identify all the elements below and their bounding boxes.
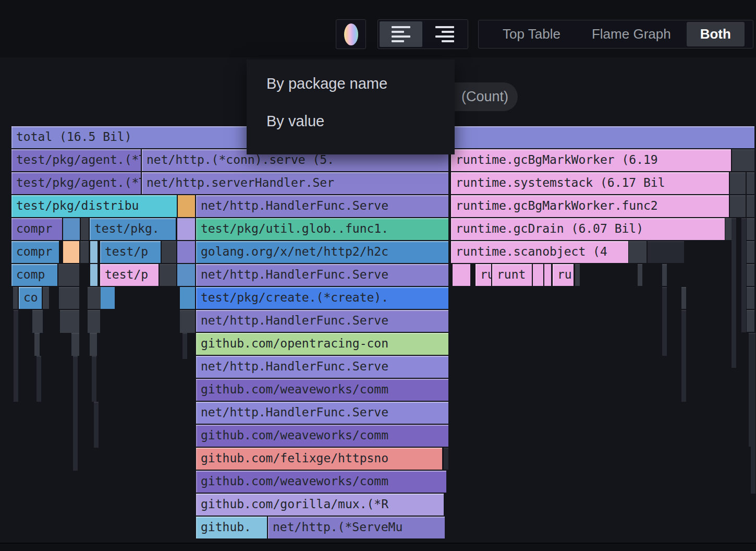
flame-bar-unlabeled[interactable] bbox=[533, 264, 543, 286]
flame-bar-unlabeled[interactable] bbox=[178, 195, 195, 217]
flame-bar-unlabeled[interactable] bbox=[90, 241, 97, 263]
flame-bar-unlabeled[interactable] bbox=[730, 195, 746, 217]
flame-bar-unlabeled[interactable] bbox=[747, 264, 754, 286]
flame-bar-unlabeled[interactable] bbox=[747, 218, 754, 240]
flame-bar-unlabeled[interactable] bbox=[90, 264, 97, 286]
flame-bar[interactable]: test/pkg/distribu bbox=[11, 195, 177, 217]
flame-bar[interactable]: net/http.HandlerFunc.Serve bbox=[196, 402, 448, 424]
flame-bar-unlabeled[interactable] bbox=[751, 333, 755, 494]
flame-bar[interactable]: test/pkg/create.(*create). bbox=[196, 287, 448, 309]
menu-item-by-value[interactable]: By value bbox=[247, 102, 455, 140]
flame-bar-unlabeled[interactable] bbox=[177, 264, 195, 286]
flame-bar[interactable]: test/pkg/util.glob..func1. bbox=[196, 218, 448, 240]
flame-bar-unlabeled[interactable] bbox=[681, 287, 686, 309]
flame-bar-unlabeled[interactable] bbox=[101, 287, 115, 309]
flame-bar-unlabeled[interactable] bbox=[180, 287, 195, 309]
text-align-left-button[interactable] bbox=[380, 21, 422, 47]
menu-item-by-package-name[interactable]: By package name bbox=[247, 65, 455, 102]
text-align-right-button[interactable] bbox=[423, 21, 466, 47]
flame-bar[interactable]: github.com/felixge/httpsno bbox=[196, 448, 442, 470]
flame-bar-unlabeled[interactable] bbox=[182, 333, 187, 359]
view-option-both[interactable]: Both bbox=[687, 22, 745, 46]
flame-bar[interactable]: net/http.HandlerFunc.Serve bbox=[196, 310, 448, 332]
flame-bar-unlabeled[interactable] bbox=[162, 241, 176, 263]
view-option-flame-graph[interactable]: Flame Graph bbox=[576, 22, 687, 46]
flame-bar-unlabeled[interactable] bbox=[180, 310, 195, 333]
flame-bar-unlabeled[interactable] bbox=[88, 287, 101, 309]
flame-bar-unlabeled[interactable] bbox=[80, 241, 89, 263]
flame-bar[interactable]: comp bbox=[11, 264, 57, 286]
flame-bar-unlabeled[interactable] bbox=[63, 218, 80, 240]
flame-bar-unlabeled[interactable] bbox=[160, 264, 176, 286]
flame-bar[interactable]: github.com/weaveworks/comm bbox=[196, 425, 448, 447]
flame-bar-unlabeled[interactable] bbox=[638, 264, 642, 286]
flame-bar-unlabeled[interactable] bbox=[81, 218, 89, 240]
flame-bar-unlabeled[interactable] bbox=[43, 287, 49, 309]
flame-bar-unlabeled[interactable] bbox=[444, 448, 448, 470]
flame-bar-unlabeled[interactable] bbox=[741, 218, 746, 332]
flame-bar-unlabeled[interactable] bbox=[59, 287, 79, 309]
flame-bar[interactable]: test/pkg/agent.(*Ta bbox=[11, 149, 141, 171]
flame-bar[interactable]: runtime.gcBgMarkWorker.func2 bbox=[451, 195, 729, 217]
flame-bar-unlabeled[interactable] bbox=[32, 310, 43, 333]
flame-bar-unlabeled[interactable] bbox=[747, 195, 754, 217]
flame-bar-unlabeled[interactable] bbox=[575, 264, 580, 286]
flame-bar[interactable]: ru bbox=[475, 264, 491, 286]
flame-bar-unlabeled[interactable] bbox=[662, 287, 667, 356]
flame-bar[interactable]: test/pkg/agent.(*Ta bbox=[11, 172, 141, 194]
flame-bar[interactable]: golang.org/x/net/http2/h2c bbox=[196, 241, 448, 263]
flame-bar-unlabeled[interactable] bbox=[177, 218, 195, 240]
flame-bar-unlabeled[interactable] bbox=[36, 356, 41, 402]
flame-bar[interactable]: github.com/weaveworks/comm bbox=[196, 471, 446, 493]
flame-bar[interactable]: net/http.(*ServeMu bbox=[268, 517, 445, 538]
flame-bar-unlabeled[interactable] bbox=[58, 264, 79, 286]
flame-bar-unlabeled[interactable] bbox=[13, 287, 18, 309]
flame-bar-unlabeled[interactable] bbox=[648, 241, 684, 263]
flame-bar-unlabeled[interactable] bbox=[94, 402, 99, 448]
flame-bar[interactable]: net/http.serverHandler.Ser bbox=[142, 172, 448, 194]
flame-bar-unlabeled[interactable] bbox=[60, 310, 79, 333]
flame-bar-unlabeled[interactable] bbox=[88, 310, 100, 333]
view-option-top-table[interactable]: Top Table bbox=[487, 22, 576, 46]
flame-bar[interactable]: test/pkg. bbox=[90, 218, 176, 240]
flame-bar-unlabeled[interactable] bbox=[544, 264, 551, 286]
flame-bar-unlabeled[interactable] bbox=[747, 310, 754, 332]
flame-bar-unlabeled[interactable] bbox=[681, 310, 686, 402]
flame-bar-unlabeled[interactable] bbox=[177, 241, 195, 263]
flame-bar[interactable]: runtime.scanobject (4 bbox=[451, 241, 628, 263]
flame-bar[interactable]: net/http.HandlerFunc.Serve bbox=[196, 356, 448, 378]
color-scheme-button[interactable] bbox=[336, 19, 366, 49]
flame-bar[interactable]: runtime.gcDrain (6.07 Bil) bbox=[451, 218, 725, 240]
flame-bar-unlabeled[interactable] bbox=[732, 149, 754, 171]
flame-bar-unlabeled[interactable] bbox=[63, 241, 79, 263]
flame-bar[interactable]: runt bbox=[492, 264, 532, 286]
flame-bar[interactable]: net/http.HandlerFunc.Serve bbox=[196, 264, 448, 286]
flame-bar-unlabeled[interactable] bbox=[731, 218, 736, 368]
flame-bar-unlabeled[interactable] bbox=[71, 333, 79, 356]
flame-bar[interactable]: github.com/opentracing-con bbox=[196, 333, 448, 355]
flame-bar-unlabeled[interactable] bbox=[747, 241, 754, 263]
flame-bar[interactable]: runtime.systemstack (6.17 Bil bbox=[451, 172, 729, 194]
flame-bar[interactable]: github.com/gorilla/mux.(*R bbox=[196, 494, 444, 516]
flame-bar-unlabeled[interactable] bbox=[629, 241, 647, 263]
flame-bar[interactable]: runtime.gcBgMarkWorker (6.19 bbox=[451, 149, 731, 171]
flame-bar[interactable]: github. bbox=[196, 517, 267, 538]
flame-bar-unlabeled[interactable] bbox=[92, 356, 96, 402]
flame-bar-unlabeled[interactable] bbox=[34, 333, 40, 356]
flame-bar-unlabeled[interactable] bbox=[14, 310, 18, 402]
flame-bar-unlabeled[interactable] bbox=[453, 264, 470, 286]
flame-bar[interactable]: test/p bbox=[100, 241, 161, 263]
flame-bar-unlabeled[interactable] bbox=[730, 172, 746, 194]
flame-bar-unlabeled[interactable] bbox=[73, 356, 78, 471]
flame-bar[interactable]: net/http.HandlerFunc.Serve bbox=[196, 195, 448, 217]
flame-bar-unlabeled[interactable] bbox=[725, 218, 731, 240]
flame-bar[interactable]: compr bbox=[11, 218, 62, 240]
flame-bar[interactable]: co bbox=[19, 287, 42, 309]
flame-bar-unlabeled[interactable] bbox=[747, 287, 754, 309]
flame-bar-unlabeled[interactable] bbox=[662, 264, 667, 286]
flame-bar-unlabeled[interactable] bbox=[90, 333, 97, 356]
flame-bar-unlabeled[interactable] bbox=[747, 172, 754, 194]
flame-bar[interactable]: ru bbox=[553, 264, 574, 286]
flame-bar[interactable]: compr bbox=[11, 241, 59, 263]
flame-bar[interactable]: test/p bbox=[100, 264, 158, 286]
